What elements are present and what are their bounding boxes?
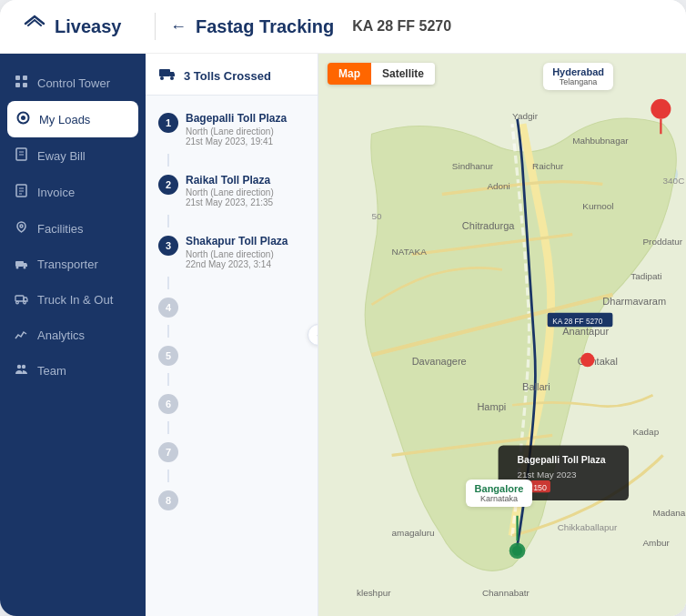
sidebar: Control Tower My Loads: [0, 54, 146, 616]
sidebar-item-transporter[interactable]: Transporter: [0, 247, 146, 282]
svg-text:21st May 2023: 21st May 2023: [518, 470, 578, 480]
svg-text:Proddatur: Proddatur: [643, 237, 683, 247]
svg-text:Mahbubnagar: Mahbubnagar: [572, 136, 629, 146]
sidebar-label-analytics: Analytics: [37, 328, 85, 342]
toll-number-4: 4: [158, 298, 178, 318]
svg-text:Dharmavaram: Dharmavaram: [602, 296, 666, 307]
svg-text:Sindhanur: Sindhanur: [452, 161, 494, 171]
svg-text:Bagepalli Toll Plaza: Bagepalli Toll Plaza: [518, 455, 606, 465]
svg-text:340C: 340C: [663, 176, 685, 186]
svg-rect-22: [159, 69, 170, 76]
vehicle-number: KA 28 FF 5270: [352, 18, 451, 35]
svg-point-16: [24, 267, 26, 269]
sidebar-label-transporter: Transporter: [37, 258, 98, 271]
map-tab-satellite[interactable]: Satellite: [371, 63, 435, 85]
svg-point-24: [170, 76, 174, 80]
toll-info-3: Shakapur Toll Plaza North (Lane directio…: [186, 235, 305, 269]
svg-text:Davanagere: Davanagere: [412, 356, 467, 367]
toll-date-3: 22nd May 2023, 3:14: [186, 259, 305, 269]
svg-point-19: [24, 301, 26, 304]
sidebar-item-invoice[interactable]: Invoice: [0, 174, 146, 210]
sidebar-label-control-tower: Control Tower: [37, 76, 110, 90]
svg-text:NATAKA: NATAKA: [392, 247, 428, 257]
sidebar-item-my-loads[interactable]: My Loads: [7, 101, 138, 137]
toll-item-1: 1 Bagepalli Toll Plaza North (Lane direc…: [146, 105, 318, 154]
svg-text:kleshpur: kleshpur: [357, 588, 391, 598]
map-tab-map[interactable]: Map: [328, 63, 371, 85]
toll-date-1: 21st May 2023, 19:41: [186, 136, 305, 146]
svg-point-5: [21, 116, 25, 120]
svg-text:Hampi: Hampi: [477, 401, 506, 412]
svg-text:Channabatr: Channabatr: [482, 588, 530, 598]
svg-text:amagaluru: amagaluru: [392, 528, 435, 538]
svg-point-20: [17, 365, 21, 369]
logo-area: Liveasy: [22, 14, 140, 39]
svg-text:Tadipati: Tadipati: [631, 271, 661, 281]
header-nav: ← Fastag Tracking KA 28 FF 5270: [170, 16, 451, 37]
eway-bill-icon: [15, 147, 28, 164]
toll-direction-2: North (Lane direction): [186, 187, 305, 197]
header-divider: [155, 13, 156, 40]
tolls-list: 1 Bagepalli Toll Plaza North (Lane direc…: [146, 96, 318, 616]
truck-in-out-icon: [15, 292, 28, 308]
sidebar-item-facilities[interactable]: Facilities: [0, 210, 146, 247]
svg-text:Ballari: Ballari: [522, 381, 550, 392]
toll-info-2: Raikal Toll Plaza North (Lane direction)…: [186, 174, 305, 208]
invoice-icon: [15, 184, 28, 200]
svg-text:Adoni: Adoni: [487, 181, 509, 191]
svg-text:Yadgir: Yadgir: [512, 111, 539, 121]
sidebar-item-team[interactable]: Team: [0, 353, 146, 389]
main-layout: Control Tower My Loads: [0, 54, 686, 616]
hyderabad-label: Hyderabad Telangana: [543, 63, 613, 90]
toll-number-2: 2: [158, 175, 178, 195]
sidebar-label-facilities: Facilities: [37, 222, 84, 236]
svg-point-53: [651, 99, 671, 119]
toll-item-5: 5: [146, 338, 318, 373]
svg-text:Kadap: Kadap: [632, 427, 659, 437]
svg-rect-0: [15, 76, 20, 80]
transporter-icon: [15, 257, 28, 272]
back-button[interactable]: ←: [170, 17, 187, 36]
toll-connector-4: [167, 325, 169, 338]
toll-name-1: Bagepalli Toll Plaza: [186, 112, 305, 126]
logo-icon: [22, 14, 47, 39]
toll-direction-1: North (Lane direction): [186, 126, 305, 136]
sidebar-item-analytics[interactable]: Analytics: [0, 318, 146, 353]
svg-rect-1: [23, 76, 27, 80]
page-title: Fastag Tracking: [196, 16, 334, 37]
app-container: Liveasy ← Fastag Tracking KA 28 FF 5270: [0, 0, 686, 616]
team-icon: [15, 363, 28, 379]
header: Liveasy ← Fastag Tracking KA 28 FF 5270: [0, 0, 686, 54]
toll-number-8: 8: [158, 490, 178, 510]
svg-text:150: 150: [533, 483, 547, 492]
svg-rect-2: [15, 83, 20, 87]
svg-point-18: [16, 301, 19, 304]
svg-rect-3: [23, 83, 27, 87]
toll-item-4: 4: [146, 289, 318, 325]
toll-connector-5: [167, 373, 169, 386]
sidebar-item-truck-in-out[interactable]: Truck In & Out: [0, 282, 146, 318]
truck-icon: [158, 66, 177, 86]
map-tabs: Map Satellite: [328, 63, 435, 85]
sidebar-label-my-loads: My Loads: [39, 113, 90, 126]
toll-number-5: 5: [158, 346, 178, 366]
sidebar-item-control-tower[interactable]: Control Tower: [0, 65, 146, 101]
logo-text: Liveasy: [55, 16, 121, 37]
toll-connector-3: [167, 277, 169, 289]
toll-item-2: 2 Raikal Toll Plaza North (Lane directio…: [146, 167, 318, 216]
sidebar-label-invoice: Invoice: [37, 186, 75, 199]
sidebar-label-team: Team: [37, 364, 66, 378]
svg-text:KA 28 FF 5270: KA 28 FF 5270: [552, 318, 603, 326]
svg-text:Ambur: Ambur: [643, 538, 671, 548]
toll-number-3: 3: [158, 236, 178, 256]
bangalore-label: Bangalore Karnataka: [466, 480, 533, 507]
toll-item-7: 7: [146, 434, 318, 470]
map-area: Map Satellite: [318, 54, 686, 616]
toll-direction-3: North (Lane direction): [186, 249, 305, 259]
toll-item-3: 3 Shakapur Toll Plaza North (Lane direct…: [146, 227, 318, 277]
sidebar-item-eway-bill[interactable]: Eway Bill: [0, 137, 146, 174]
toll-connector-7: [167, 470, 169, 482]
toll-connector-2: [167, 215, 169, 227]
svg-rect-17: [15, 296, 24, 301]
toll-connector-1: [167, 154, 169, 167]
